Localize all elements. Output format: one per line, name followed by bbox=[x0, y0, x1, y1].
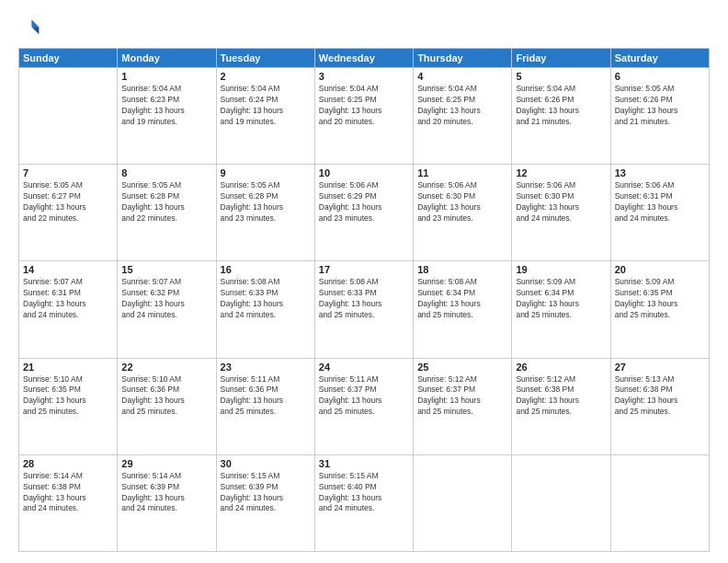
day-number: 16 bbox=[221, 264, 311, 275]
day-number: 11 bbox=[417, 167, 507, 178]
calendar-cell: 18Sunrise: 5:08 AMSunset: 6:34 PMDayligh… bbox=[414, 261, 512, 358]
day-number: 24 bbox=[319, 362, 409, 373]
calendar-cell: 6Sunrise: 5:05 AMSunset: 6:26 PMDaylight… bbox=[610, 68, 709, 165]
day-number: 31 bbox=[319, 458, 409, 469]
weekday-header-friday: Friday bbox=[512, 49, 610, 68]
calendar-cell bbox=[610, 454, 709, 551]
weekday-header-row: SundayMondayTuesdayWednesdayThursdayFrid… bbox=[19, 49, 710, 68]
day-info: Sunrise: 5:06 AMSunset: 6:29 PMDaylight:… bbox=[319, 180, 409, 224]
day-number: 8 bbox=[121, 167, 211, 178]
calendar-cell: 16Sunrise: 5:08 AMSunset: 6:33 PMDayligh… bbox=[216, 261, 314, 358]
calendar-cell bbox=[512, 454, 610, 551]
calendar-cell: 15Sunrise: 5:07 AMSunset: 6:32 PMDayligh… bbox=[118, 261, 216, 358]
day-number: 6 bbox=[615, 71, 705, 82]
calendar-cell: 19Sunrise: 5:09 AMSunset: 6:34 PMDayligh… bbox=[512, 261, 610, 358]
day-number: 1 bbox=[121, 71, 211, 82]
calendar-cell: 31Sunrise: 5:15 AMSunset: 6:40 PMDayligh… bbox=[314, 454, 413, 551]
calendar-cell: 28Sunrise: 5:14 AMSunset: 6:38 PMDayligh… bbox=[19, 454, 118, 551]
calendar-cell: 29Sunrise: 5:14 AMSunset: 6:39 PMDayligh… bbox=[118, 454, 216, 551]
day-number: 5 bbox=[516, 71, 606, 82]
day-info: Sunrise: 5:08 AMSunset: 6:33 PMDaylight:… bbox=[319, 277, 409, 321]
day-info: Sunrise: 5:10 AMSunset: 6:36 PMDaylight:… bbox=[121, 374, 211, 419]
day-info: Sunrise: 5:14 AMSunset: 6:38 PMDaylight:… bbox=[23, 471, 113, 515]
day-info: Sunrise: 5:11 AMSunset: 6:37 PMDaylight:… bbox=[319, 374, 409, 419]
calendar-cell: 7Sunrise: 5:05 AMSunset: 6:27 PMDaylight… bbox=[19, 165, 118, 261]
day-number: 18 bbox=[417, 264, 507, 275]
day-number: 4 bbox=[417, 71, 507, 82]
day-number: 27 bbox=[615, 362, 705, 373]
day-info: Sunrise: 5:10 AMSunset: 6:35 PMDaylight:… bbox=[23, 374, 113, 419]
day-number: 17 bbox=[319, 264, 409, 275]
day-number: 30 bbox=[221, 458, 311, 469]
day-info: Sunrise: 5:05 AMSunset: 6:28 PMDaylight:… bbox=[221, 180, 311, 224]
day-number: 29 bbox=[121, 458, 211, 469]
day-number: 15 bbox=[121, 264, 211, 275]
calendar-cell: 11Sunrise: 5:06 AMSunset: 6:30 PMDayligh… bbox=[414, 165, 512, 261]
day-info: Sunrise: 5:14 AMSunset: 6:39 PMDaylight:… bbox=[121, 471, 211, 515]
day-number: 28 bbox=[23, 458, 113, 469]
calendar-cell: 2Sunrise: 5:04 AMSunset: 6:24 PMDaylight… bbox=[216, 68, 314, 165]
week-row-5: 28Sunrise: 5:14 AMSunset: 6:38 PMDayligh… bbox=[19, 454, 710, 551]
day-number: 12 bbox=[516, 167, 606, 178]
day-info: Sunrise: 5:12 AMSunset: 6:37 PMDaylight:… bbox=[417, 374, 507, 419]
calendar-cell: 21Sunrise: 5:10 AMSunset: 6:35 PMDayligh… bbox=[19, 358, 118, 454]
week-row-4: 21Sunrise: 5:10 AMSunset: 6:35 PMDayligh… bbox=[19, 358, 710, 454]
day-info: Sunrise: 5:08 AMSunset: 6:33 PMDaylight:… bbox=[221, 277, 311, 321]
day-info: Sunrise: 5:07 AMSunset: 6:31 PMDaylight:… bbox=[23, 277, 113, 321]
day-info: Sunrise: 5:04 AMSunset: 6:23 PMDaylight:… bbox=[121, 84, 211, 128]
weekday-header-wednesday: Wednesday bbox=[314, 49, 413, 68]
weekday-header-saturday: Saturday bbox=[610, 49, 709, 68]
calendar-cell: 3Sunrise: 5:04 AMSunset: 6:25 PMDaylight… bbox=[314, 68, 413, 165]
day-info: Sunrise: 5:06 AMSunset: 6:31 PMDaylight:… bbox=[615, 180, 705, 224]
day-number: 19 bbox=[516, 264, 606, 275]
calendar-table: SundayMondayTuesdayWednesdayThursdayFrid… bbox=[18, 48, 710, 552]
day-number: 13 bbox=[615, 167, 705, 178]
day-number: 21 bbox=[23, 362, 113, 373]
day-info: Sunrise: 5:11 AMSunset: 6:36 PMDaylight:… bbox=[221, 374, 311, 419]
svg-marker-0 bbox=[31, 19, 39, 27]
day-info: Sunrise: 5:08 AMSunset: 6:34 PMDaylight:… bbox=[417, 277, 507, 321]
day-info: Sunrise: 5:04 AMSunset: 6:25 PMDaylight:… bbox=[417, 84, 507, 128]
day-number: 14 bbox=[23, 264, 113, 275]
day-info: Sunrise: 5:04 AMSunset: 6:25 PMDaylight:… bbox=[319, 84, 409, 128]
day-info: Sunrise: 5:15 AMSunset: 6:40 PMDaylight:… bbox=[319, 471, 409, 515]
calendar-cell: 23Sunrise: 5:11 AMSunset: 6:36 PMDayligh… bbox=[216, 358, 314, 454]
day-number: 26 bbox=[516, 362, 606, 373]
day-info: Sunrise: 5:12 AMSunset: 6:38 PMDaylight:… bbox=[516, 374, 606, 419]
calendar-cell: 26Sunrise: 5:12 AMSunset: 6:38 PMDayligh… bbox=[512, 358, 610, 454]
day-info: Sunrise: 5:06 AMSunset: 6:30 PMDaylight:… bbox=[417, 180, 507, 224]
calendar-cell: 4Sunrise: 5:04 AMSunset: 6:25 PMDaylight… bbox=[414, 68, 512, 165]
day-number: 2 bbox=[221, 71, 311, 82]
calendar-cell: 17Sunrise: 5:08 AMSunset: 6:33 PMDayligh… bbox=[314, 261, 413, 358]
day-info: Sunrise: 5:05 AMSunset: 6:28 PMDaylight:… bbox=[121, 180, 211, 224]
day-info: Sunrise: 5:07 AMSunset: 6:32 PMDaylight:… bbox=[121, 277, 211, 321]
calendar-cell: 20Sunrise: 5:09 AMSunset: 6:35 PMDayligh… bbox=[610, 261, 709, 358]
day-info: Sunrise: 5:05 AMSunset: 6:26 PMDaylight:… bbox=[615, 84, 705, 128]
weekday-header-tuesday: Tuesday bbox=[216, 49, 314, 68]
day-number: 23 bbox=[221, 362, 311, 373]
calendar-cell: 10Sunrise: 5:06 AMSunset: 6:29 PMDayligh… bbox=[314, 165, 413, 261]
logo bbox=[18, 17, 42, 39]
calendar-cell: 9Sunrise: 5:05 AMSunset: 6:28 PMDaylight… bbox=[216, 165, 314, 261]
calendar-cell: 24Sunrise: 5:11 AMSunset: 6:37 PMDayligh… bbox=[314, 358, 413, 454]
week-row-2: 7Sunrise: 5:05 AMSunset: 6:27 PMDaylight… bbox=[19, 165, 710, 261]
weekday-header-sunday: Sunday bbox=[19, 49, 118, 68]
page: SundayMondayTuesdayWednesdayThursdayFrid… bbox=[0, 0, 728, 563]
day-info: Sunrise: 5:04 AMSunset: 6:26 PMDaylight:… bbox=[516, 84, 606, 128]
day-number: 10 bbox=[319, 167, 409, 178]
day-number: 7 bbox=[23, 167, 113, 178]
day-info: Sunrise: 5:09 AMSunset: 6:35 PMDaylight:… bbox=[615, 277, 705, 321]
calendar-cell bbox=[414, 454, 512, 551]
day-number: 22 bbox=[121, 362, 211, 373]
svg-marker-1 bbox=[31, 27, 39, 34]
calendar-cell: 5Sunrise: 5:04 AMSunset: 6:26 PMDaylight… bbox=[512, 68, 610, 165]
calendar-cell: 14Sunrise: 5:07 AMSunset: 6:31 PMDayligh… bbox=[19, 261, 118, 358]
calendar-cell: 25Sunrise: 5:12 AMSunset: 6:37 PMDayligh… bbox=[414, 358, 512, 454]
logo-icon bbox=[18, 17, 40, 39]
day-number: 25 bbox=[417, 362, 507, 373]
calendar-cell: 13Sunrise: 5:06 AMSunset: 6:31 PMDayligh… bbox=[610, 165, 709, 261]
week-row-1: 1Sunrise: 5:04 AMSunset: 6:23 PMDaylight… bbox=[19, 68, 710, 165]
calendar-cell: 22Sunrise: 5:10 AMSunset: 6:36 PMDayligh… bbox=[118, 358, 216, 454]
calendar-cell: 8Sunrise: 5:05 AMSunset: 6:28 PMDaylight… bbox=[118, 165, 216, 261]
day-info: Sunrise: 5:05 AMSunset: 6:27 PMDaylight:… bbox=[23, 180, 113, 224]
